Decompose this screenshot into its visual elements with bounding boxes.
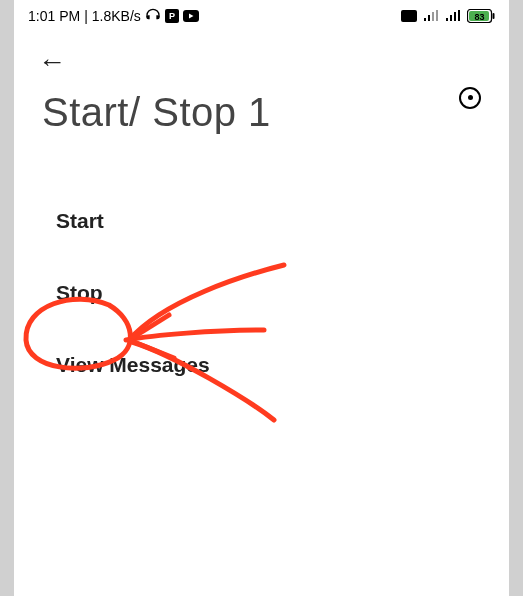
app-badge-icon: P [165,9,179,23]
phone-screen: 1:01 PM | 1.8KB/s P [14,0,509,596]
menu-item-label: View Messages [56,353,210,376]
header-row: Start/ Stop 1 [14,76,509,135]
menu-item-label: Stop [56,281,103,304]
svg-text:P: P [169,11,175,21]
back-arrow-icon[interactable]: ← [38,46,66,77]
target-dot-icon [468,95,473,100]
svg-rect-6 [493,13,495,19]
status-right: 83 [401,9,495,23]
page-title: Start/ Stop 1 [42,90,271,135]
headphones-icon [145,8,161,24]
menu-item-start[interactable]: Start [14,185,509,257]
target-icon[interactable] [459,87,481,109]
menu-list: Start Stop View Messages [14,135,509,401]
signal-icon-1 [423,10,439,22]
status-speed: 1.8KB/s [92,8,141,24]
battery-level: 83 [474,12,484,22]
status-time: 1:01 PM [28,8,80,24]
back-row: ← [14,30,509,76]
menu-item-view-messages[interactable]: View Messages [14,329,509,401]
menu-item-label: Start [56,209,104,232]
youtube-icon [183,10,199,22]
status-bar: 1:01 PM | 1.8KB/s P [14,0,509,30]
menu-item-stop[interactable]: Stop [14,257,509,329]
signal-icon-2 [445,10,461,22]
card-icon [401,10,417,22]
status-left: 1:01 PM | 1.8KB/s P [28,8,199,24]
svg-rect-3 [401,10,417,22]
battery-icon: 83 [467,9,495,23]
status-divider: | [84,8,88,24]
